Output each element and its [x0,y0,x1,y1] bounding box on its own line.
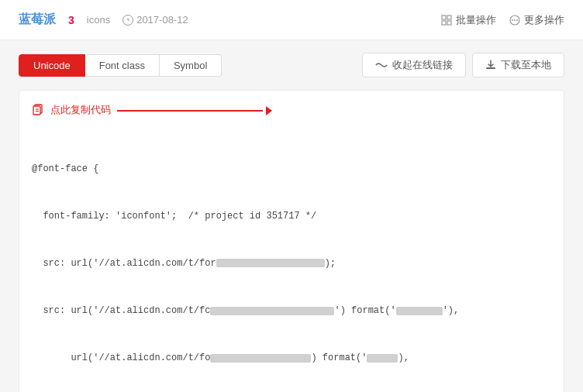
svg-rect-10 [486,67,495,69]
icon-count: 3 [68,14,74,26]
download-icon [485,60,496,70]
svg-rect-12 [33,106,40,115]
more-action-label: 更多操作 [524,13,564,27]
code-block: @font-face { font-family: 'iconfont'; /*… [32,129,551,392]
blur-2 [210,307,334,315]
blur-1 [216,259,325,267]
code-line-4: src: url('//at.alicdn.com/t/fc') format(… [32,303,551,318]
svg-point-7 [512,19,513,21]
collapse-label: 收起在线链接 [392,58,453,72]
code-line-1: @font-face { [32,161,551,177]
collapse-button[interactable]: 收起在线链接 [362,53,466,77]
copy-hint-text: 点此复制代码 [50,103,111,117]
batch-icon [440,14,453,26]
code-line-3: src: url('//at.alicdn.com/t/for); [32,256,551,271]
code-line-2: font-family: 'iconfont'; /* project id 3… [32,208,551,224]
clock-icon [122,15,133,26]
batch-action-button[interactable]: 批量操作 [440,13,496,27]
code-line-5: url('//at.alicdn.com/t/fo) format('), [32,350,551,366]
copy-icon [32,104,44,116]
code-section: 点此复制代码 @font-face { font-family: 'iconfo… [19,90,564,392]
svg-rect-5 [447,21,451,25]
header: 蓝莓派 3 icons 2017-08-12 批量操作 [0,0,583,40]
tab-font-class[interactable]: Font class [85,54,160,77]
logo: 蓝莓派 [19,12,56,28]
download-label: 下载至本地 [501,58,551,72]
batch-action-label: 批量操作 [456,13,496,27]
date-section: 2017-08-12 [122,14,188,26]
tab-unicode[interactable]: Unicode [19,54,85,77]
collapse-icon [375,61,388,69]
svg-rect-3 [447,15,451,19]
arrow-right-icon [266,106,272,115]
blur-5 [367,354,398,363]
tab-bar: Unicode Font class Symbol 收起在线链接 下载至本地 [19,53,564,77]
icons-label: icons [87,14,110,26]
svg-rect-2 [442,15,446,19]
svg-rect-4 [442,21,446,25]
date-text: 2017-08-12 [136,14,188,26]
more-action-button[interactable]: 更多操作 [509,13,564,27]
svg-point-9 [516,19,518,21]
svg-point-8 [514,19,516,21]
blur-4 [210,354,311,363]
tab-symbol[interactable]: Symbol [160,54,222,77]
download-button[interactable]: 下载至本地 [472,53,564,77]
copy-hint[interactable]: 点此复制代码 [32,103,551,117]
header-actions: 批量操作 更多操作 [440,13,564,27]
blur-3 [396,307,443,315]
main-content: Unicode Font class Symbol 收起在线链接 下载至本地 [0,40,583,392]
more-icon [509,14,521,26]
